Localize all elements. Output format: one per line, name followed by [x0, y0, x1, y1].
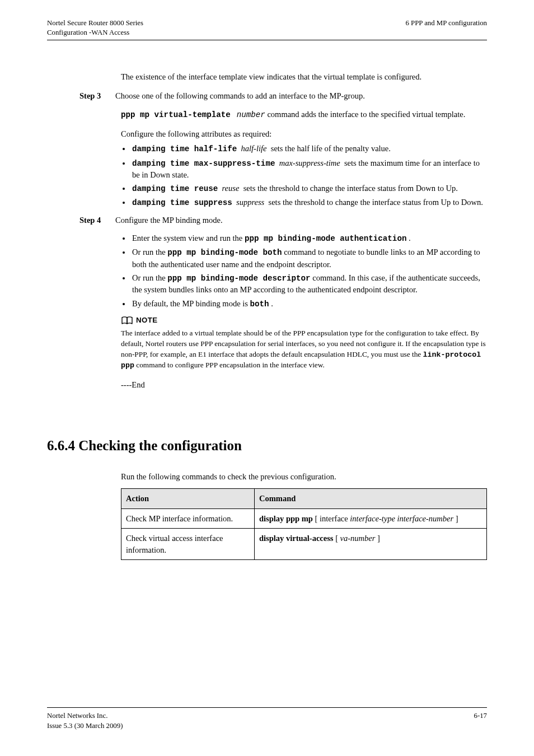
footer-left: Nortel Networks Inc. Issue 5.3 (30 March… [47, 711, 123, 731]
cmd-text: damping time max-suppress-time [132, 159, 275, 168]
cmd-arg: va-number [340, 534, 376, 543]
step-4-text: Configure the MP binding mode. [115, 214, 487, 226]
cmd-text: display virtual-access [259, 534, 334, 543]
page: Nortel Secure Router 8000 Series Configu… [0, 0, 534, 756]
step-3: Step 3 Choose one of the following comma… [121, 90, 487, 102]
book-icon [121, 316, 133, 325]
bullet-after: . [271, 299, 273, 308]
list-item: damping time suppress suppress sets the … [131, 197, 487, 208]
cmd-text: both [250, 300, 269, 309]
cmd-text: damping time reuse [132, 184, 218, 193]
bullet-before: Or run the [132, 248, 167, 256]
end-marker: ----End [121, 379, 487, 391]
cmd-text: ppp mp binding-mode authentication [245, 234, 406, 243]
command-table: Action Command Check MP interface inform… [121, 488, 487, 560]
step3-para-1: ppp mp virtual-template number command a… [121, 109, 487, 120]
step-4: Step 4 Configure the MP binding mode. [121, 214, 487, 226]
cmd-close: ] [453, 514, 458, 523]
cmd-close: ] [375, 534, 380, 543]
col-header-action: Action [121, 489, 255, 509]
cmd-text: ppp mp binding-mode both [167, 248, 282, 257]
step3-para-2: Configure the following attributes as re… [121, 128, 487, 140]
body: The existence of the interface template … [47, 40, 487, 561]
note-block: NOTE The interface added to a virtual te… [121, 315, 487, 371]
step-3-text: Choose one of the following commands to … [115, 90, 487, 102]
step4-bullets: Enter the system view and run the ppp mp… [121, 232, 487, 310]
bullet-before: Enter the system view and run the [132, 234, 245, 242]
footer-rule [47, 707, 487, 708]
footer-left-line2: Issue 5.3 (30 March 2009) [47, 721, 123, 731]
col-header-command: Command [255, 489, 487, 509]
header-left-line2: Configuration -WAN Access [47, 28, 143, 38]
footer-right: 6-17 [474, 711, 487, 731]
cmd-arg: number [237, 110, 265, 119]
list-item-tail: sets the threshold to change the interfa… [269, 198, 483, 207]
list-item: damping time half-life half-life sets th… [131, 143, 487, 155]
cell-action: Check virtual access interface informati… [121, 529, 255, 560]
cell-command: display virtual-access [ va-number ] [255, 529, 487, 560]
table-row: Check virtual access interface informati… [121, 529, 487, 560]
list-item: Enter the system view and run the ppp mp… [131, 232, 487, 244]
cell-action: Check MP interface information. [121, 508, 255, 529]
cmd-text: display ppp mp [259, 514, 313, 523]
cmd-arg: suppress [236, 198, 264, 207]
cmd-tail: [ [334, 534, 340, 543]
footer-left-line1: Nortel Networks Inc. [47, 711, 123, 721]
list-item: damping time max-suppress-time max-suppr… [131, 157, 487, 181]
cmd-arg: max-suppress-time [279, 158, 340, 167]
note-body: The interface added to a virtual templat… [121, 328, 487, 372]
list-item: By default, the MP binding mode is both … [131, 298, 487, 310]
cmd-arg: interface-type interface-number [350, 514, 453, 523]
bullet-before: Or run the [132, 273, 167, 282]
header-left-line1: Nortel Secure Router 8000 Series [47, 18, 143, 28]
note-label: NOTE [136, 315, 158, 326]
note-after: command to configure PPP encapsulation i… [136, 361, 325, 369]
page-footer: Nortel Networks Inc. Issue 5.3 (30 March… [47, 707, 487, 731]
pre-step3-paragraph: The existence of the interface template … [121, 71, 487, 83]
step3-para-1-tail: command adds the interface to the specif… [267, 110, 465, 119]
page-header: Nortel Secure Router 8000 Series Configu… [47, 18, 487, 38]
cmd-text: damping time half-life [132, 144, 237, 153]
cmd-text: ppp mp binding-mode descriptor [167, 274, 310, 283]
header-right-line2: 6 PPP and MP configuration [405, 18, 487, 28]
note-head: NOTE [121, 315, 487, 326]
footer-line: Nortel Networks Inc. Issue 5.3 (30 March… [47, 711, 487, 731]
step3-bullets: damping time half-life half-life sets th… [121, 143, 487, 208]
step-3-label: Step 3 [79, 90, 115, 102]
header-right: 6 PPP and MP configuration [405, 18, 487, 38]
table-row: Check MP interface information. display … [121, 508, 487, 529]
list-item: Or run the ppp mp binding-mode both comm… [131, 246, 487, 270]
step-4-label: Step 4 [79, 214, 115, 226]
cmd-tail: [ interface [313, 514, 350, 523]
bullet-before: By default, the MP binding mode is [132, 299, 250, 308]
cmd-arg: reuse [222, 184, 240, 193]
header-left: Nortel Secure Router 8000 Series Configu… [47, 18, 143, 38]
bullet-after: . [409, 234, 411, 242]
cmd-text: damping time suppress [132, 198, 232, 207]
list-item-tail: sets the half life of the penalty value. [271, 144, 391, 153]
cmd-text: ppp mp virtual-template [121, 110, 231, 119]
table-header-row: Action Command [121, 489, 487, 509]
list-item-tail: sets the threshold to change the interfa… [243, 184, 458, 193]
page-number: 6-17 [474, 711, 487, 721]
cmd-arg: half-life [241, 144, 267, 153]
section-heading: 6.6.4 Checking the configuration [47, 436, 487, 456]
list-item: damping time reuse reuse sets the thresh… [131, 183, 487, 194]
list-item: Or run the ppp mp binding-mode descripto… [131, 272, 487, 296]
cell-command: display ppp mp [ interface interface-typ… [255, 508, 487, 529]
section-lead: Run the following commands to check the … [121, 471, 487, 483]
